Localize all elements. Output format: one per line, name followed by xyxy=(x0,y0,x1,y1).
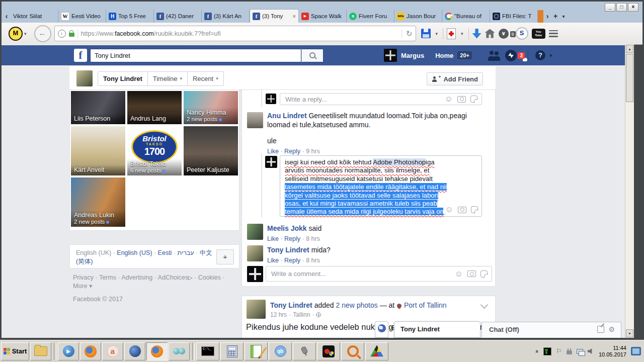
tab-imdb-jasonbourne[interactable]: IMDb Jason Bour xyxy=(394,10,442,23)
close-button[interactable]: × xyxy=(628,3,638,12)
new-message-icon[interactable] xyxy=(597,326,604,333)
url-bar[interactable]: i https://www.facebook.com/ruubik.kuubik… xyxy=(54,26,416,41)
tab-fbi-files[interactable]: FBI Files: T xyxy=(490,10,538,23)
recorder-app-button[interactable] xyxy=(317,342,340,360)
photos-link[interactable]: 2 new photos xyxy=(336,301,377,309)
start-button[interactable]: Start xyxy=(1,342,29,360)
media-player-button[interactable]: ▶ xyxy=(58,342,79,360)
tab-close-icon[interactable]: × xyxy=(293,13,296,19)
tray-clock[interactable]: 11:44 10.05.2017 xyxy=(599,345,626,358)
extension-m-icon[interactable]: M xyxy=(9,27,23,41)
reply-link[interactable]: Reply xyxy=(284,148,300,155)
scroll-down-icon[interactable]: ▼ xyxy=(626,329,633,337)
post-time[interactable]: 12 hrs xyxy=(270,311,287,318)
tray-expand-icon[interactable]: « xyxy=(534,349,540,352)
reply-draft-textarea[interactable]: isegi kui need olid kõik tehtud Adobe Ph… xyxy=(280,155,482,217)
firefox-button[interactable] xyxy=(80,342,101,360)
tray-flag-icon[interactable]: ⚐ xyxy=(556,348,562,354)
seamonkey-button[interactable] xyxy=(124,342,145,360)
gear-icon[interactable]: ⚙ xyxy=(608,326,615,333)
tab-list-dropdown-icon[interactable]: ▾ xyxy=(559,10,568,23)
facebook-logo[interactable]: f xyxy=(74,49,87,62)
language-link[interactable]: עברית xyxy=(178,249,194,256)
magnifier-app-button[interactable] xyxy=(341,342,364,360)
calculator-button[interactable] xyxy=(220,342,244,360)
tab-facebook-tony-active[interactable]: f (3) Tony × xyxy=(250,9,299,23)
friend-tile[interactable]: Andrus Lang xyxy=(127,91,182,124)
account-dropdown-icon[interactable]: ▾ xyxy=(549,52,552,59)
sticker-icon[interactable] xyxy=(480,270,488,278)
firefox-active-button[interactable] xyxy=(146,342,168,360)
command-prompt-button[interactable]: C:\_ xyxy=(196,342,219,360)
medic-dropdown-icon[interactable]: ▾ xyxy=(461,31,463,36)
medic-page-icon[interactable] xyxy=(447,28,456,39)
help-icon[interactable]: ? xyxy=(535,50,545,60)
search-input[interactable] xyxy=(90,49,301,62)
post-menu-chevron-icon[interactable] xyxy=(480,301,489,309)
sticker-icon[interactable] xyxy=(471,206,478,213)
tray-network-icon[interactable] xyxy=(577,349,583,354)
like-link[interactable]: Like xyxy=(267,235,279,242)
s-extension-icon[interactable]: S xyxy=(516,27,528,40)
camera-icon[interactable] xyxy=(467,270,476,277)
timeline-tab[interactable]: Timeline▾ xyxy=(147,72,187,85)
tab-fiverr[interactable]: fi Fiverr Foru xyxy=(347,10,394,23)
comment-author-link[interactable]: Tony Lindret xyxy=(267,246,309,254)
comment-author-link[interactable]: Anu Lindret xyxy=(267,112,307,120)
recent-dropdown[interactable]: Recent▾ xyxy=(187,72,223,85)
comment-text-field[interactable] xyxy=(270,269,455,278)
post-author-link[interactable]: Tony Lindret xyxy=(270,301,312,309)
add-language-button[interactable]: + xyxy=(216,249,234,264)
tray-power-plug-icon[interactable] xyxy=(567,350,572,354)
avatar[interactable] xyxy=(247,224,263,240)
advertising-link[interactable]: Advertising xyxy=(121,274,152,281)
adchoices-link[interactable]: AdChoices xyxy=(158,274,188,281)
home-link[interactable]: Home xyxy=(435,52,453,59)
microphone-app-button[interactable] xyxy=(293,342,316,360)
new-tab-button[interactable]: + xyxy=(551,10,559,23)
post-location[interactable]: Tallinn xyxy=(293,311,310,318)
friend-tile[interactable]: Liis Peterson xyxy=(71,91,125,124)
a-app-button[interactable]: a xyxy=(102,342,123,360)
tray-speaker-icon[interactable] xyxy=(588,348,594,354)
avatar[interactable] xyxy=(265,156,277,168)
profile-link[interactable]: Margus xyxy=(401,52,424,59)
chat-globe-button[interactable] xyxy=(375,321,388,338)
emoji-icon[interactable]: ☺ xyxy=(445,206,453,214)
friend-tile[interactable]: Peeter Kaljuste xyxy=(184,126,238,175)
tab-google-bureau[interactable]: "Bureau of xyxy=(442,10,490,23)
camera-icon[interactable] xyxy=(457,96,466,103)
comment-input[interactable]: ☺ xyxy=(266,266,492,282)
scroll-up-icon[interactable]: ▲ xyxy=(626,45,633,53)
profile-avatar[interactable] xyxy=(76,70,93,86)
like-link[interactable]: Like xyxy=(267,148,279,155)
show-desktop-button[interactable] xyxy=(631,347,641,355)
search-tool-button[interactable] xyxy=(169,342,190,360)
url-text[interactable]: https://www.facebook.com/ruubik.kuubik.7… xyxy=(81,30,398,37)
hamburger-menu-icon[interactable] xyxy=(549,30,558,37)
sticker-icon[interactable] xyxy=(470,96,477,103)
camera-icon[interactable] xyxy=(458,207,466,213)
home-icon[interactable] xyxy=(485,29,495,38)
chat-status-bar[interactable]: Chat (Off) ⚙ xyxy=(481,322,621,338)
place-link[interactable]: Port of Tallinn xyxy=(404,301,447,309)
https-lock-icon[interactable] xyxy=(69,33,74,37)
youtube-downloader-icon[interactable]: YouTube xyxy=(532,29,545,39)
minimize-button[interactable]: _ xyxy=(605,3,615,12)
more-link[interactable]: More xyxy=(73,283,87,290)
terms-link[interactable]: Terms xyxy=(99,274,116,281)
tab-top5free[interactable]: H Top 5 Free xyxy=(106,10,154,23)
chat-tab-tony[interactable]: Tony Lindret xyxy=(394,321,480,338)
add-friend-button[interactable]: + Add Friend xyxy=(427,72,483,85)
comment-author-link[interactable]: Meelis Jokk xyxy=(267,224,307,232)
messenger-icon[interactable] xyxy=(505,50,517,61)
tab-youtube-spacewalk[interactable]: ▶ Space Walk xyxy=(299,10,347,23)
scrollbar-thumb[interactable] xyxy=(626,54,633,102)
color-prism-app-button[interactable] xyxy=(365,342,388,360)
avatar[interactable] xyxy=(384,49,397,62)
reply-input[interactable]: ☺ xyxy=(280,93,482,105)
notes-button[interactable] xyxy=(245,342,268,360)
privacy-link[interactable]: Privacy xyxy=(73,274,94,281)
download-helper-icon[interactable] xyxy=(472,29,481,39)
reply-text-field[interactable] xyxy=(284,95,445,104)
